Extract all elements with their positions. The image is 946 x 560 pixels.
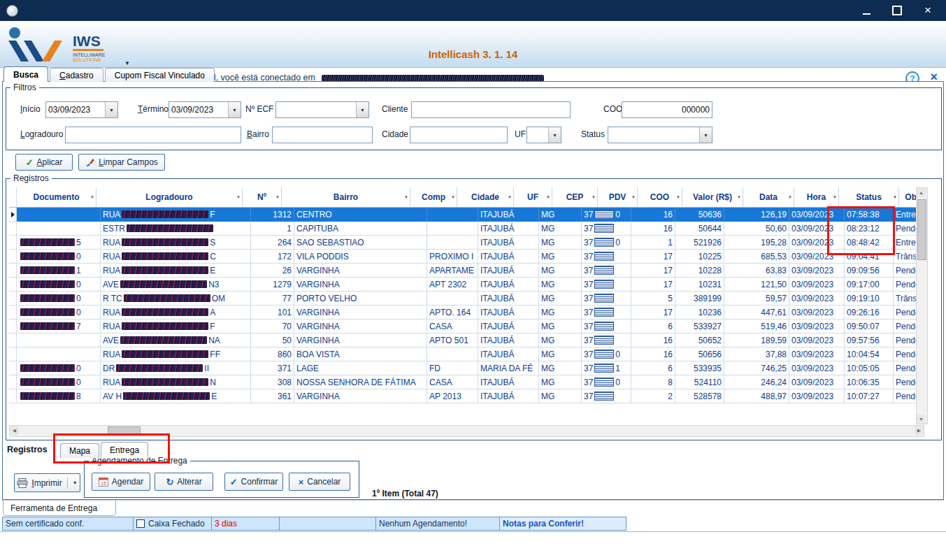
- status-dropdown-icon[interactable]: ▼: [699, 127, 712, 143]
- table-row[interactable]: 0DRII371LAGEFDMARIA DA FÉMG3716533935746…: [9, 361, 917, 375]
- table-row[interactable]: 7RUAF70VARGINHACASAITAJUBÁMG376533927519…: [9, 320, 917, 333]
- imprimir-button[interactable]: Imprimir ▼: [14, 473, 80, 492]
- column-header-bairro[interactable]: Bairro▼: [282, 187, 410, 208]
- tab-entrega[interactable]: Entrega: [101, 442, 148, 458]
- aplicar-button[interactable]: ✓ Aplicar: [15, 154, 73, 171]
- confirmar-button[interactable]: ✓ Confirmar: [224, 473, 283, 491]
- coo-field[interactable]: [622, 101, 712, 118]
- uf-input[interactable]: [527, 127, 548, 143]
- termino-dropdown-icon[interactable]: ▼: [228, 102, 241, 117]
- column-dropdown-icon[interactable]: ▼: [631, 195, 636, 199]
- inicio-date-input[interactable]: [46, 102, 105, 117]
- table-row[interactable]: 0RUAN308NOSSA SENHORA DE FÁTIMACASAITAJU…: [9, 375, 917, 389]
- column-header-cidade[interactable]: Cidade▼: [457, 187, 514, 208]
- column-dropdown-icon[interactable]: ▼: [833, 195, 837, 199]
- minimize-button[interactable]: [851, 0, 882, 21]
- tab-mapa[interactable]: Mapa: [60, 443, 99, 458]
- table-row[interactable]: RUAFF860BOA VISTAITAJUBÁMG370165065637,8…: [9, 347, 917, 361]
- imprimir-dropdown-icon[interactable]: ▼: [73, 480, 78, 485]
- tab-ferramenta-de-entrega[interactable]: Ferramenta de Entrega: [3, 501, 116, 516]
- column-dropdown-icon[interactable]: ▼: [592, 195, 596, 199]
- column-header-status[interactable]: Status▼: [839, 187, 899, 208]
- column-header-uf[interactable]: UF▼: [514, 187, 552, 208]
- scroll-left-icon[interactable]: ◀: [10, 426, 19, 435]
- cancelar-button[interactable]: × Cancelar: [289, 473, 350, 491]
- cidade-field[interactable]: [410, 127, 508, 143]
- uf-combo[interactable]: ▼: [526, 127, 561, 143]
- close-button[interactable]: ×: [912, 0, 943, 21]
- tab-cadastro[interactable]: Cadastro: [50, 68, 103, 82]
- vertical-scrollbar[interactable]: ▲ ▼: [916, 187, 928, 424]
- coo-input[interactable]: [622, 102, 712, 117]
- ecf-input[interactable]: [276, 102, 356, 117]
- logradouro-input[interactable]: [66, 127, 241, 143]
- column-header-numero[interactable]: Nº▼: [243, 187, 282, 208]
- cidade-input[interactable]: [410, 127, 507, 143]
- column-header-pdv[interactable]: PDV▼: [598, 187, 638, 208]
- table-row[interactable]: AVENA50VARGINHAAPTO 501ITAJUBÁMG37165065…: [9, 333, 917, 347]
- column-header-data[interactable]: Data▼: [743, 187, 794, 208]
- scroll-down-icon[interactable]: ▼: [917, 415, 926, 424]
- column-dropdown-icon[interactable]: ▼: [90, 195, 94, 199]
- cell-numero: 361: [251, 389, 294, 403]
- column-header-valor[interactable]: Valor (R$)▼: [682, 187, 743, 208]
- statusbar-notas[interactable]: Notas para Conferir!: [499, 517, 626, 531]
- agendar-label: Agendar: [112, 477, 143, 487]
- cliente-input[interactable]: [412, 102, 570, 117]
- column-header-hora[interactable]: Hora▼: [794, 187, 839, 208]
- row-indicator: [9, 320, 17, 333]
- table-row[interactable]: ESTR1CAPITUBAITAJUBÁMG37165064450,6003/0…: [9, 222, 917, 236]
- inicio-date-field[interactable]: ▼: [45, 101, 118, 118]
- column-dropdown-icon[interactable]: ▼: [508, 195, 512, 199]
- cell-pdv: 6: [631, 361, 675, 375]
- alterar-button[interactable]: ↻ Alterar: [155, 473, 213, 491]
- column-dropdown-icon[interactable]: ▼: [737, 195, 741, 199]
- limpar-campos-button[interactable]: Limpar Campos: [78, 154, 165, 171]
- table-row[interactable]: 1RUAE26VARGINHAAPARTAMEITAJUBÁMG37171022…: [9, 264, 917, 278]
- table-row[interactable]: RUAF1312CENTROITAJUBÁMG3701650636126,190…: [9, 208, 917, 222]
- column-dropdown-icon[interactable]: ▼: [893, 195, 897, 199]
- table-row[interactable]: 0AVEN31279VARGINHAAPT 2302ITAJUBÁMG37171…: [9, 278, 917, 292]
- scroll-right-icon[interactable]: ▶: [915, 426, 924, 435]
- status-combo[interactable]: ▼: [608, 127, 712, 143]
- uf-dropdown-icon[interactable]: ▼: [548, 127, 561, 143]
- termino-date-field[interactable]: ▼: [169, 101, 241, 118]
- column-dropdown-icon[interactable]: ▼: [275, 195, 280, 199]
- logo-dropdown-icon[interactable]: ▼: [124, 60, 130, 66]
- column-header-documento[interactable]: Documento▼: [17, 187, 96, 208]
- column-header-cep[interactable]: CEP▼: [552, 187, 598, 208]
- cell-data: 03/09/2023: [789, 320, 845, 333]
- hscroll-thumb[interactable]: [108, 426, 141, 436]
- column-dropdown-icon[interactable]: ▼: [546, 195, 550, 199]
- bairro-label: Bairro: [247, 129, 269, 139]
- horizontal-scrollbar[interactable]: ◀ ▶: [9, 425, 924, 437]
- status-input[interactable]: [608, 127, 699, 143]
- inicio-dropdown-icon[interactable]: ▼: [105, 102, 117, 117]
- tab-busca[interactable]: Busca: [3, 66, 48, 82]
- scroll-up-icon[interactable]: ▲: [917, 188, 926, 197]
- column-dropdown-icon[interactable]: ▼: [788, 195, 792, 199]
- column-dropdown-icon[interactable]: ▼: [236, 195, 241, 199]
- table-row[interactable]: 0RUAA101VARGINHAAPTO. 164ITAJUBÁMG371710…: [9, 306, 917, 320]
- table-row[interactable]: 5RUAS264SAO SEBASTIAOITAJUBÁMG3701521926…: [9, 236, 917, 250]
- column-header-coo[interactable]: COO▼: [638, 187, 682, 208]
- column-header-logradouro[interactable]: Logradouro▼: [96, 187, 243, 208]
- column-dropdown-icon[interactable]: ▼: [404, 195, 408, 199]
- table-row[interactable]: 0R TCOM77PORTO VELHOITAJUBÁMG37538919959…: [9, 292, 917, 306]
- table-row[interactable]: 8AV HE361VARGINHAAP 2013ITAJUBÁMG3725285…: [9, 389, 917, 403]
- column-header-comp[interactable]: Comp▼: [410, 187, 457, 208]
- cliente-field[interactable]: [411, 101, 571, 118]
- column-dropdown-icon[interactable]: ▼: [676, 195, 680, 199]
- maximize-button[interactable]: [882, 0, 912, 21]
- vscroll-thumb[interactable]: [917, 199, 926, 260]
- termino-date-input[interactable]: [169, 102, 228, 117]
- ecf-combo[interactable]: ▼: [275, 101, 369, 118]
- agendar-button[interactable]: 15 Agendar: [92, 473, 150, 491]
- bairro-field[interactable]: [272, 127, 373, 143]
- tab-cupom-fiscal-vinculado[interactable]: Cupom Fiscal Vinculado: [105, 68, 215, 82]
- logradouro-field[interactable]: [65, 127, 241, 143]
- bairro-input[interactable]: [273, 127, 372, 143]
- table-row[interactable]: 0RUAC172VILA PODDISPROXIMO IITAJUBÁMG371…: [9, 250, 917, 264]
- column-dropdown-icon[interactable]: ▼: [451, 195, 455, 199]
- ecf-dropdown-icon[interactable]: ▼: [356, 102, 368, 117]
